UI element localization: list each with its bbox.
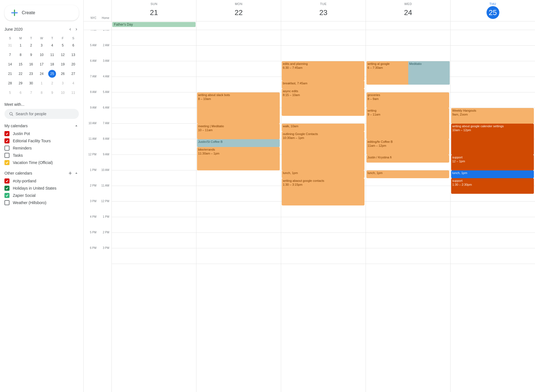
- calendar-event[interactable]: writing about slack bots 8 – 10am: [197, 92, 280, 124]
- add-other-calendar-icon[interactable]: [68, 171, 73, 176]
- mini-cal-day[interactable]: 30: [26, 79, 36, 88]
- calendar-item[interactable]: Zapier Social: [4, 192, 79, 199]
- mini-cal-day[interactable]: 31: [5, 41, 15, 50]
- mini-cal-day[interactable]: 6: [68, 41, 78, 50]
- calendar-event[interactable]: lunch, 1pm: [451, 170, 534, 178]
- calendar-event[interactable]: writing about google calender settings 1…: [451, 124, 534, 155]
- hour-line: [366, 46, 450, 61]
- mini-cal-day[interactable]: 19: [58, 60, 68, 69]
- mini-cal-day[interactable]: 23: [26, 69, 36, 78]
- calendar-checkbox[interactable]: [4, 178, 9, 183]
- mini-cal-day[interactable]: 6: [16, 88, 26, 97]
- mini-cal-day[interactable]: 29: [16, 79, 26, 88]
- calendar-event[interactable]: bike/errands 11:30am – 1pm: [197, 147, 280, 170]
- mini-cal-day[interactable]: 8: [16, 50, 26, 59]
- other-calendars-header[interactable]: Other calendars: [4, 171, 79, 176]
- calendar-checkbox[interactable]: [4, 186, 9, 191]
- mini-cal-day[interactable]: 10: [58, 88, 68, 97]
- mini-cal-day[interactable]: 14: [5, 60, 15, 69]
- calendar-item[interactable]: Editorial Facility Tours: [4, 137, 79, 144]
- mini-cal-day[interactable]: 22: [16, 69, 26, 78]
- calendar-item[interactable]: Weather (Hillsboro): [4, 199, 79, 206]
- mini-cal-day[interactable]: 18: [47, 60, 57, 69]
- calendar-event[interactable]: edits and planning 6:30 – 7:45am: [282, 61, 364, 81]
- mini-cal-day[interactable]: 3: [37, 41, 47, 50]
- calendar-event[interactable]: support 12 – 1pm: [451, 155, 534, 170]
- mini-cal-day[interactable]: 20: [68, 60, 78, 69]
- mini-cal-day[interactable]: 12: [58, 50, 68, 59]
- mini-cal-day[interactable]: 9: [47, 88, 57, 97]
- day-number[interactable]: 25: [487, 6, 499, 19]
- day-number[interactable]: 24: [402, 6, 415, 19]
- allday-thu: [450, 21, 535, 30]
- calendar-event[interactable]: Justin/St Coffee B: [197, 139, 280, 147]
- mini-cal-day[interactable]: 7: [26, 88, 36, 97]
- mini-cal-day[interactable]: 7: [5, 50, 15, 59]
- mini-cal-day[interactable]: 1: [37, 79, 47, 88]
- create-button[interactable]: Create: [4, 5, 79, 21]
- mini-cal-day[interactable]: 4: [68, 79, 78, 88]
- mini-cal-day[interactable]: 1: [16, 41, 26, 50]
- calendar-event[interactable]: async edits 8:15 – 10am: [282, 89, 364, 116]
- mini-cal-day[interactable]: 13: [68, 50, 78, 59]
- mini-cal-day[interactable]: 11: [68, 88, 78, 97]
- calendar-event[interactable]: Justin / Krystina fi: [366, 155, 449, 163]
- calendar-checkbox[interactable]: [4, 200, 9, 205]
- sidebar: Create June 2020 ‹ › SMTWTFS 31123456789…: [0, 0, 84, 392]
- mini-cal-day[interactable]: 21: [5, 69, 15, 78]
- calendar-event[interactable]: writing abaout google contacts 1:30 – 3:…: [282, 178, 364, 205]
- allday-event-fathers-day[interactable]: Father's Day: [112, 22, 196, 27]
- mini-cal-day[interactable]: 10: [37, 50, 47, 59]
- calendar-event[interactable]: groceries 8 – 9am: [366, 92, 449, 108]
- mini-cal-day[interactable]: 24: [37, 69, 47, 78]
- mini-cal-day[interactable]: 9: [26, 50, 36, 59]
- calendar-item[interactable]: Vacation Time (Official): [4, 159, 79, 166]
- calendar-checkbox[interactable]: [4, 146, 9, 151]
- mini-cal-day[interactable]: 28: [5, 79, 15, 88]
- mini-cal-next[interactable]: ›: [74, 25, 79, 33]
- mini-cal-day[interactable]: 16: [26, 60, 36, 69]
- calendar-checkbox[interactable]: [4, 153, 9, 158]
- mini-cal-day[interactable]: 25: [47, 69, 57, 78]
- mini-cal-day[interactable]: 2: [26, 41, 36, 50]
- mini-cal-day[interactable]: 11: [47, 50, 57, 59]
- calendar-item[interactable]: #city-portland: [4, 177, 79, 185]
- mini-cal-day[interactable]: 3: [58, 79, 68, 88]
- calendar-event[interactable]: lunch, 1pm: [366, 170, 449, 178]
- calendar-event[interactable]: editing/fe Coffee B 11am – 12pm: [366, 139, 449, 155]
- day-number[interactable]: 23: [317, 6, 330, 19]
- mini-cal-prev[interactable]: ‹: [68, 25, 73, 33]
- calendar-item[interactable]: Justin Pot: [4, 130, 79, 137]
- calendar-event[interactable]: breakfast, 7:45am: [282, 81, 364, 89]
- calendar-event[interactable]: walk, 10am: [282, 124, 364, 131]
- mini-cal-day[interactable]: 17: [37, 60, 47, 69]
- calendar-item[interactable]: Tasks: [4, 152, 79, 159]
- calendar-item[interactable]: Holidays in United States: [4, 185, 79, 192]
- day-number[interactable]: 22: [232, 6, 245, 19]
- calendar-event[interactable]: Weekly Hangouts 9am, Zoom: [451, 108, 534, 124]
- calendar-checkbox[interactable]: [4, 193, 9, 198]
- mini-cal-day[interactable]: 27: [68, 69, 78, 78]
- other-calendars-list: #city-portlandHolidays in United StatesZ…: [4, 177, 79, 206]
- time-label-right: 11 AM: [98, 184, 111, 187]
- calendar-checkbox[interactable]: [4, 138, 9, 143]
- calendar-event[interactable]: writing 9 – 11am: [366, 108, 449, 139]
- calendar-event[interactable]: meeting | Meditatio 10 – 11am: [197, 124, 280, 139]
- calendar-checkbox[interactable]: [4, 160, 9, 165]
- mini-cal-day[interactable]: 4: [47, 41, 57, 50]
- calendar-event[interactable]: support 1:30 – 2:30pm: [451, 178, 534, 194]
- my-calendars-header[interactable]: My calendars: [4, 123, 79, 128]
- mini-cal-day[interactable]: 8: [37, 88, 47, 97]
- mini-cal-day[interactable]: 15: [16, 60, 26, 69]
- calendar-event[interactable]: Meditatio: [408, 61, 450, 85]
- search-people-input[interactable]: Search for people: [4, 109, 79, 119]
- calendar-checkbox[interactable]: [4, 131, 9, 136]
- day-number[interactable]: 21: [148, 6, 160, 19]
- calendar-item[interactable]: Reminders: [4, 144, 79, 152]
- mini-cal-day[interactable]: 2: [47, 79, 57, 88]
- calendar-event[interactable]: outlining Google Contacts 10:30am – 1pm: [282, 131, 364, 170]
- mini-cal-day[interactable]: 26: [58, 69, 68, 78]
- mini-cal-day[interactable]: 5: [58, 41, 68, 50]
- mini-cal-day[interactable]: 5: [5, 88, 15, 97]
- calendar-event[interactable]: lunch, 1pm: [282, 170, 364, 178]
